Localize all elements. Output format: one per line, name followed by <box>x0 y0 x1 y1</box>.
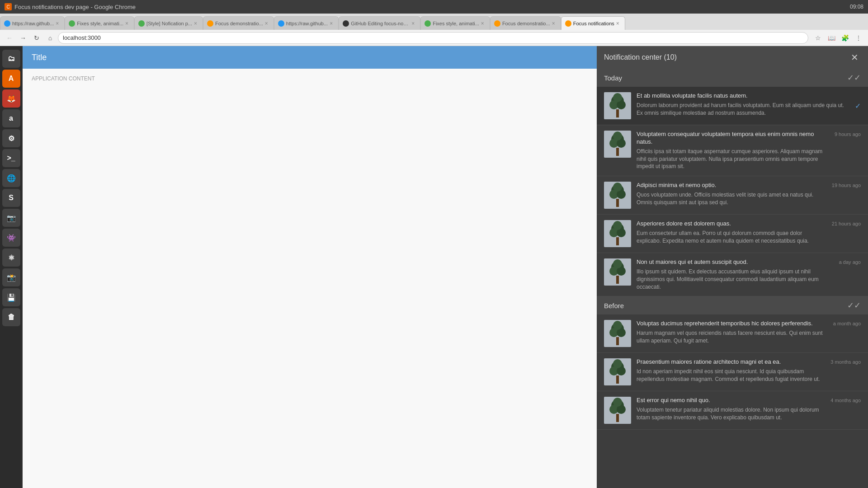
tab-favicon-t2 <box>69 20 75 27</box>
home-button[interactable]: ⌂ <box>44 32 56 44</box>
notification-title-n2: Voluptatem consequatur voluptatem tempor… <box>637 131 829 146</box>
address-text: localhost:3000 <box>63 34 101 41</box>
notification-item-n7[interactable]: Praesentium maiores ratione architecto m… <box>597 353 868 391</box>
notification-text-n3: Quos voluptatem unde. Officiis molestias… <box>637 191 826 206</box>
tab-t4[interactable]: Focus demonstratio...× <box>203 16 274 30</box>
taskbar-item-amazon[interactable]: a <box>2 109 20 127</box>
tab-t3[interactable]: [Style] Nofication p...× <box>134 16 203 30</box>
notification-item-n8[interactable]: Est error qui nemo nihil quo.Voluptatem … <box>597 391 868 430</box>
tab-favicon-t4 <box>207 20 213 27</box>
tab-t2[interactable]: Fixes style, animati...× <box>65 16 134 30</box>
nav-bar: ← → ↻ ⌂ localhost:3000 ☆ 📖 🧩 ⋮ <box>0 30 868 46</box>
address-bar[interactable]: localhost:3000 <box>58 32 808 44</box>
notification-body-n6: Voluptas ducimus reprehenderit temporibu… <box>637 320 828 344</box>
bookmark-button[interactable]: ☆ <box>812 32 824 44</box>
window-title: Focus notifications dev page - Google Ch… <box>14 4 136 10</box>
taskbar-item-terminal[interactable]: >_ <box>2 149 20 167</box>
notification-title-n3: Adipisci minima et nemo optio. <box>637 182 826 189</box>
taskbar-item-firefox[interactable]: 🦊 <box>2 89 20 108</box>
tab-t1[interactable]: https://raw.github...× <box>0 16 65 30</box>
title-bar: C Focus notifications dev page - Google … <box>0 0 868 14</box>
svg-point-23 <box>613 221 622 230</box>
svg-point-47 <box>613 398 622 407</box>
notification-time-n7: 3 months ago <box>830 358 861 365</box>
notification-item-n6[interactable]: Voluptas ducimus reprehenderit temporibu… <box>597 314 868 353</box>
chrome-icon: C <box>5 3 12 10</box>
notification-thumb-n1 <box>604 92 631 119</box>
browser-window: https://raw.github...×Fixes style, anima… <box>0 14 868 488</box>
app-title-bar: Title <box>23 46 597 69</box>
app-content: APPLICATION CONTENT <box>23 69 597 488</box>
forward-button[interactable]: → <box>17 32 29 44</box>
svg-rect-1 <box>616 109 619 117</box>
tab-close-t2[interactable]: × <box>123 19 130 28</box>
tab-close-t8[interactable]: × <box>550 19 557 28</box>
notification-title-n6: Voluptas ducimus reprehenderit temporibu… <box>637 320 828 328</box>
back-button[interactable]: ← <box>4 32 15 44</box>
tab-close-t3[interactable]: × <box>192 19 199 28</box>
notification-thumb-n8 <box>604 397 631 424</box>
notification-scroll[interactable]: Today✓✓Et ab mollitia voluptate facilis … <box>597 69 868 488</box>
tab-close-t7[interactable]: × <box>479 19 486 28</box>
notification-title-n1: Et ab mollitia voluptate facilis natus a… <box>637 92 851 100</box>
taskbar-item-alien[interactable]: 👾 <box>2 229 20 247</box>
notification-item-n1[interactable]: Et ab mollitia voluptate facilis natus a… <box>597 87 868 125</box>
tab-t5[interactable]: https://raw.github...× <box>274 16 339 30</box>
notification-thumb-n7 <box>604 358 631 385</box>
taskbar-item-trash[interactable]: 🗑 <box>2 308 20 326</box>
app-area: Title APPLICATION CONTENT <box>23 46 597 488</box>
tab-close-t4[interactable]: × <box>263 19 270 28</box>
svg-point-41 <box>613 359 622 368</box>
taskbar-item-slack[interactable]: S <box>2 189 20 207</box>
tab-close-t6[interactable]: × <box>410 19 416 28</box>
notification-title-n5: Non ut maiores qui et autem suscipit quo… <box>637 258 834 266</box>
taskbar-item-atom[interactable]: ⚛ <box>2 249 20 267</box>
tab-t9[interactable]: Focus notifications× <box>561 16 625 30</box>
notification-thumb-n4 <box>604 220 631 247</box>
menu-button[interactable]: ⋮ <box>853 32 864 44</box>
taskbar-item-drive[interactable]: 💾 <box>2 288 20 306</box>
notification-title-n4: Asperiores dolore est dolorem quas. <box>637 220 826 228</box>
svg-rect-19 <box>616 237 619 245</box>
notification-thumb-n5 <box>604 258 631 286</box>
notification-item-n5[interactable]: Non ut maiores qui et autem suscipit quo… <box>597 253 868 296</box>
tab-favicon-t5 <box>278 20 284 27</box>
tab-label-t5: https://raw.github... <box>286 21 328 26</box>
reload-button[interactable]: ↻ <box>31 32 42 44</box>
taskbar-item-chrome[interactable]: 🌐 <box>2 169 20 187</box>
notification-panel: Notification center (10) ✕ Today✓✓Et ab … <box>597 46 868 488</box>
taskbar-item-text[interactable]: A <box>2 70 20 88</box>
taskbar-item-camera[interactable]: 📸 <box>2 268 20 286</box>
mark-all-today[interactable]: ✓✓ <box>847 73 861 83</box>
notification-body-n8: Est error qui nemo nihil quo.Voluptatem … <box>637 397 825 421</box>
taskbar-item-files[interactable]: 🗂 <box>2 50 20 68</box>
notification-time-n2: 9 hours ago <box>835 131 861 137</box>
nav-right-icons: ☆ 📖 🧩 ⋮ <box>812 32 864 44</box>
tab-close-t1[interactable]: × <box>54 19 61 28</box>
svg-point-29 <box>613 259 622 268</box>
notification-close-button[interactable]: ✕ <box>848 51 861 64</box>
notification-item-n4[interactable]: Asperiores dolore est dolorem quas.Eum c… <box>597 215 868 253</box>
system-tray: 09:08 <box>845 0 868 14</box>
mark-all-before[interactable]: ✓✓ <box>847 300 861 310</box>
svg-rect-37 <box>616 375 619 384</box>
tab-t6[interactable]: GitHub Editing focus-notif...× <box>339 16 420 30</box>
notification-thumb-n2 <box>604 131 631 158</box>
taskbar-item-webcam[interactable]: 📷 <box>2 209 20 227</box>
taskbar-item-settings[interactable]: ⚙ <box>2 129 20 147</box>
notification-thumb-n6 <box>604 320 631 347</box>
section-label-before: Before <box>604 302 624 310</box>
notification-item-n3[interactable]: Adipisci minima et nemo optio.Quos volup… <box>597 176 868 215</box>
extensions-button[interactable]: 🧩 <box>839 32 851 44</box>
tab-t7[interactable]: Fixes style, animati...× <box>420 16 490 30</box>
tab-favicon-t6 <box>343 20 349 27</box>
tab-t8[interactable]: Focus demonstratio...× <box>490 16 561 30</box>
reading-list-button[interactable]: 📖 <box>826 32 837 44</box>
tab-close-t5[interactable]: × <box>328 19 335 28</box>
main-content: 🗂A🦊a⚙>_🌐S📷👾⚛📸💾🗑 Title APPLICATION CONTEN… <box>0 46 868 488</box>
app-content-label: APPLICATION CONTENT <box>32 75 95 82</box>
notification-text-n1: Dolorum laborum provident ad harum facil… <box>637 102 851 117</box>
tab-close-t9[interactable]: × <box>614 19 621 28</box>
notification-item-n2[interactable]: Voluptatem consequatur voluptatem tempor… <box>597 125 868 176</box>
notification-body-n1: Et ab mollitia voluptate facilis natus a… <box>637 92 851 117</box>
